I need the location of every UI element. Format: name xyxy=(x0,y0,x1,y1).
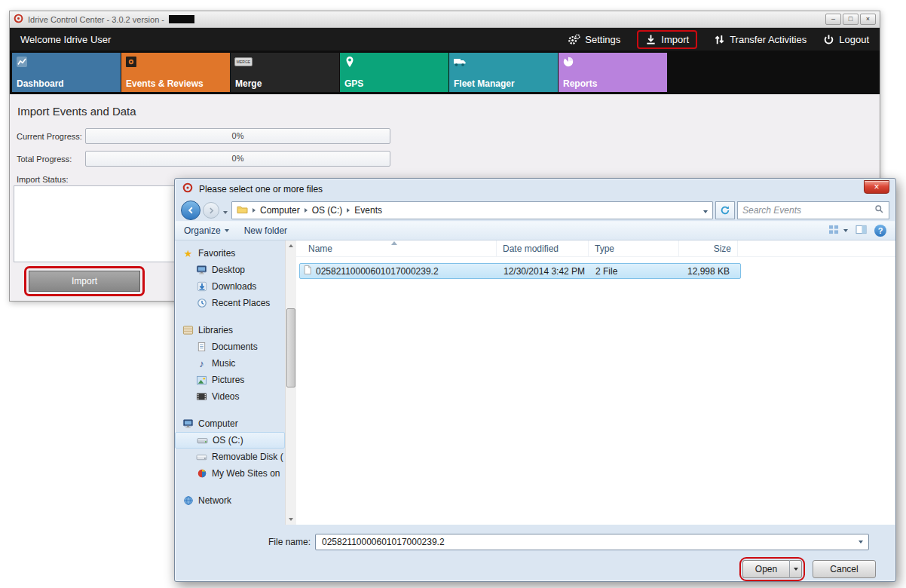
picture-icon xyxy=(196,375,207,385)
file-list-pane: Name Date modified Type Size 02582110000… xyxy=(296,240,895,525)
close-button[interactable]: × xyxy=(860,14,876,25)
sidebar-group-label: Network xyxy=(198,495,231,506)
file-date-modified: 12/30/2014 3:42 PM xyxy=(497,266,589,277)
dialog-close-button[interactable]: × xyxy=(864,180,889,194)
sidebar-group-libraries[interactable]: Libraries xyxy=(175,322,285,338)
sidebar-item-music[interactable]: ♪ Music xyxy=(175,355,285,372)
column-header-date-modified[interactable]: Date modified xyxy=(497,240,589,257)
scroll-down-button[interactable] xyxy=(286,514,296,525)
sidebar-separator xyxy=(175,405,285,415)
tile-merge[interactable]: MERGE Merge xyxy=(231,53,339,92)
breadcrumb-separator-icon xyxy=(253,208,256,213)
back-button[interactable] xyxy=(181,201,200,220)
welcome-text: Welcome Idrive User xyxy=(20,34,111,45)
tile-label: Fleet Manager xyxy=(454,78,515,89)
file-icon xyxy=(303,265,312,277)
minimize-button[interactable]: – xyxy=(825,14,841,25)
settings-button[interactable]: Settings xyxy=(568,34,620,45)
column-header-size[interactable]: Size xyxy=(679,240,738,257)
current-progress-label: Current Progress: xyxy=(17,132,82,141)
sidebar-item-label: Music xyxy=(212,358,235,369)
preview-pane-icon xyxy=(855,225,867,237)
sidebar-group-network[interactable]: Network xyxy=(175,492,285,509)
breadcrumb-item-computer[interactable]: Computer xyxy=(260,205,300,216)
preview-pane-button[interactable] xyxy=(855,225,867,237)
help-button[interactable]: ? xyxy=(874,225,886,237)
sidebar-item-documents[interactable]: Documents xyxy=(175,338,285,355)
views-button[interactable] xyxy=(828,225,848,237)
tile-gps[interactable]: GPS xyxy=(340,53,448,92)
navigation-pane: ★ Favorites Desktop Downloads xyxy=(175,240,285,525)
cancel-button[interactable]: Cancel xyxy=(813,560,876,578)
logout-button[interactable]: Logout xyxy=(823,34,869,45)
transfer-activities-button[interactable]: Transfer Activities xyxy=(714,34,807,45)
sidebar-item-downloads[interactable]: Downloads xyxy=(175,278,285,295)
search-input[interactable] xyxy=(742,205,874,216)
views-grid-icon xyxy=(828,225,840,237)
tile-reports[interactable]: Reports xyxy=(559,53,667,92)
network-globe-icon xyxy=(182,495,194,506)
sidebar-separator xyxy=(175,311,285,322)
sidebar-scrollbar[interactable] xyxy=(285,240,296,525)
transfer-activities-label: Transfer Activities xyxy=(730,34,807,45)
tile-events-reviews[interactable]: Events & Reviews xyxy=(121,53,230,92)
tile-label: GPS xyxy=(344,78,363,89)
sidebar-group-favorites[interactable]: ★ Favorites xyxy=(175,245,285,262)
music-note-icon: ♪ xyxy=(196,359,207,369)
pie-chart-icon xyxy=(562,56,574,71)
sidebar-item-os-c[interactable]: OS (C:) xyxy=(175,432,285,449)
sidebar-item-desktop[interactable]: Desktop xyxy=(175,262,285,278)
recent-pages-dropdown[interactable] xyxy=(223,204,228,217)
import-status-label: Import Status: xyxy=(17,175,68,184)
svg-text:MERGE: MERGE xyxy=(237,60,251,64)
organize-label: Organize xyxy=(184,225,221,236)
organize-menu-button[interactable]: Organize xyxy=(184,225,229,236)
sidebar-item-label: Recent Places xyxy=(212,298,270,308)
tile-fleet-manager[interactable]: Fleet Manager xyxy=(449,53,558,92)
file-name-input[interactable] xyxy=(322,537,854,547)
tile-dashboard[interactable]: Dashboard xyxy=(12,53,121,92)
total-progress-label: Total Progress: xyxy=(17,155,72,164)
import-button[interactable]: Import xyxy=(29,271,140,292)
desktop-icon xyxy=(196,265,207,275)
breadcrumb-item-os-c[interactable]: OS (C:) xyxy=(312,205,343,216)
merge-icon: MERGE xyxy=(234,56,253,69)
document-icon xyxy=(196,341,207,352)
tile-label: Dashboard xyxy=(17,78,64,89)
sidebar-item-recent-places[interactable]: Recent Places xyxy=(175,295,285,311)
window-titlebar: Idrive Control Center - 3.0.2 version - … xyxy=(10,11,880,28)
file-row[interactable]: 02582110000601017000239.2 12/30/2014 3:4… xyxy=(299,263,741,279)
sidebar-item-videos[interactable]: Videos xyxy=(175,388,285,405)
scroll-up-button[interactable] xyxy=(286,240,296,251)
breadcrumb-separator-icon xyxy=(347,208,350,213)
web-sites-icon xyxy=(196,468,207,479)
forward-button[interactable] xyxy=(203,202,219,219)
breadcrumb-separator-icon xyxy=(305,208,308,213)
transfer-arrows-icon xyxy=(714,34,725,45)
open-dropdown-button[interactable] xyxy=(789,560,802,578)
chevron-down-icon xyxy=(843,229,848,232)
address-dropdown-button[interactable] xyxy=(703,205,708,216)
sidebar-group-label: Favorites xyxy=(198,248,235,259)
idrive-logo-icon xyxy=(182,182,193,196)
file-name-dropdown-button[interactable] xyxy=(854,535,867,549)
sidebar-item-removable-disk[interactable]: Removable Disk ( xyxy=(175,449,285,465)
address-bar: Computer OS (C:) Events xyxy=(175,200,895,221)
tile-label: Reports xyxy=(563,78,597,89)
column-header-type[interactable]: Type xyxy=(589,240,679,257)
file-name-combo xyxy=(315,534,869,550)
sidebar-item-my-web-sites[interactable]: My Web Sites on xyxy=(175,465,285,482)
open-button[interactable]: Open xyxy=(742,560,789,578)
hard-drive-icon xyxy=(197,436,208,445)
new-folder-button[interactable]: New folder xyxy=(244,225,287,236)
computer-icon xyxy=(182,418,194,429)
scrollbar-thumb[interactable] xyxy=(286,308,295,387)
sidebar-item-pictures[interactable]: Pictures xyxy=(175,372,285,388)
import-button-header[interactable]: Import xyxy=(645,34,689,45)
sidebar-item-label: Desktop xyxy=(212,265,245,275)
maximize-button[interactable]: □ xyxy=(843,14,859,25)
breadcrumb-item-events[interactable]: Events xyxy=(354,205,382,216)
star-icon: ★ xyxy=(182,249,194,259)
sidebar-group-computer[interactable]: Computer xyxy=(175,415,285,432)
refresh-button[interactable] xyxy=(715,201,735,219)
